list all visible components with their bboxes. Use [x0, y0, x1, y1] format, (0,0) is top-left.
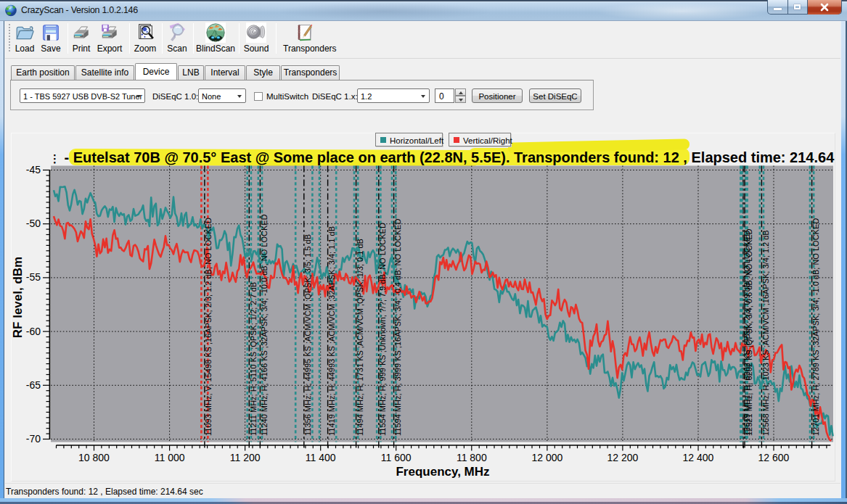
svg-text:12 600: 12 600 — [758, 452, 790, 463]
svg-text:12 400: 12 400 — [683, 452, 714, 463]
svg-text:11 000: 11 000 — [155, 452, 185, 463]
svg-text:11093 MHz; V; 15498 KS ;16APSK: 11093 MHz; V; 15498 KS ;16APSK; 2/3; 1.2… — [204, 218, 213, 436]
svg-text:-70: -70 — [26, 433, 41, 445]
svg-text:11 200: 11 200 — [230, 452, 261, 463]
svg-text:12 000: 12 000 — [531, 452, 562, 463]
svg-text:11240 MHz; H; 4166 KS ;32APSK;: 11240 MHz; H; 4166 KS ;32APSK; 3/4; -10.… — [260, 214, 269, 436]
svg-text:11 800: 11 800 — [457, 452, 487, 463]
svg-text:12701 MHz; H; 2789 KS ;32APSK;: 12701 MHz; H; 2789 KS ;32APSK; 3/4; -1.0… — [811, 218, 820, 436]
svg-text:12521 MHz; H; 6202 KS ;QPSK; 3: 12521 MHz; H; 6202 KS ;QPSK; 3/4; 0.6 dB… — [745, 228, 753, 436]
svg-text:11356 MHz; H; 44995 KS ;ACM/VC: 11356 MHz; H; 44995 KS ;ACM/VCM ;QPSK; 3… — [303, 234, 312, 436]
svg-text:10 800: 10 800 — [78, 452, 110, 463]
svg-text:11494 MHz; H; 1731 KS ;ACM/VCM: 11494 MHz; H; 1731 KS ;ACM/VCM ;QPSK; 1/… — [356, 239, 364, 436]
svg-text:11211 MHz; H; 5110 KS ;QPSK; 1: 11211 MHz; H; 5110 KS ;QPSK; 1/2; 2.7 dB — [249, 282, 258, 436]
svg-text:12 200: 12 200 — [607, 452, 638, 463]
svg-text:11554 MHz; H; 999 KS ;Unknown;: 11554 MHz; H; 999 KS ;Unknown; ?/?; 7.9 … — [378, 223, 387, 436]
svg-text:11419 MHz; H; 44993 KS ;ACM/VC: 11419 MHz; H; 44993 KS ;ACM/VCM ;32APSK;… — [327, 226, 336, 436]
svg-text:-50: -50 — [26, 218, 41, 229]
svg-text:11594 MHz; H; 3999 KS ;16APSK;: 11594 MHz; H; 3999 KS ;16APSK; 3/4; -0.4… — [393, 219, 402, 436]
svg-text:-65: -65 — [26, 379, 41, 391]
svg-text:11 600: 11 600 — [381, 452, 412, 463]
svg-text:12568 MHz; H; 1023 KS ;ACM/VCM: 12568 MHz; H; 1023 KS ;ACM/VCM ;16APSK; … — [761, 230, 770, 436]
svg-text:11 400: 11 400 — [306, 452, 336, 463]
svg-text:-45: -45 — [26, 164, 41, 175]
svg-text:-55: -55 — [26, 271, 41, 283]
svg-text:-60: -60 — [26, 326, 41, 337]
